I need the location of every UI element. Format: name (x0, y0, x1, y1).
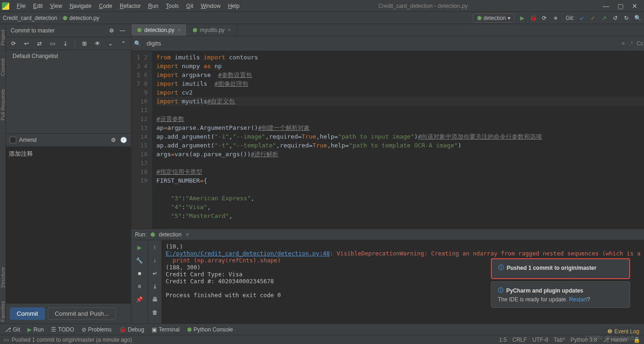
git-rollback-button[interactable]: ↻ (623, 14, 630, 22)
project-tool-button[interactable]: Project (0, 28, 6, 47)
breadcrumb-file[interactable]: detection.py (69, 15, 99, 21)
event-log-button[interactable]: ❶Event Log (607, 328, 639, 335)
shelve-icon[interactable]: ⤓ (62, 40, 69, 47)
encoding[interactable]: UTF-8 (533, 337, 548, 343)
python-console-tool-button[interactable]: ⬢Python Console (187, 326, 233, 333)
menu-git[interactable]: Git (182, 1, 197, 11)
stop-run-button[interactable]: ■ (136, 270, 143, 277)
line-numbers-gutter: 1 2 3 4 5 6 7 8 9 10 11 12 13 14 15 16 1… (131, 51, 153, 229)
commit-tool-button[interactable]: Commit (0, 57, 6, 78)
menu-help[interactable]: Help (224, 1, 243, 11)
run-tool-button[interactable]: ▶Run (27, 326, 44, 333)
run-button[interactable]: ▶ (518, 14, 526, 22)
default-changelist[interactable]: Default Changelist (6, 50, 131, 134)
pull-requests-tool-button[interactable]: Pull Requests (0, 87, 6, 122)
indent[interactable]: Tab* (554, 337, 565, 343)
problems-tool-button[interactable]: ⊘Problems (82, 326, 112, 333)
code-editor[interactable]: from imutils import contoursimport numpy… (153, 51, 644, 229)
scroll-to-end-icon[interactable]: ⤓ (151, 283, 159, 290)
commit-and-push-button[interactable]: Commit and Push... (48, 307, 116, 320)
info-icon: ⓘ (498, 287, 503, 294)
close-button[interactable]: ✕ (632, 2, 638, 10)
commit-button[interactable]: Commit (10, 307, 45, 320)
notification-update-title: PyCharm and plugin updates (506, 287, 583, 294)
commit-history-icon[interactable]: 🕘 (120, 136, 127, 144)
python-icon: ⬢ (477, 15, 482, 21)
maximize-button[interactable]: ▢ (618, 2, 624, 10)
rollback-icon[interactable]: ↩ (23, 40, 30, 47)
menu-navigate[interactable]: Navigate (66, 1, 95, 11)
editor-tabs: ⬢detection.py✕⬢myutils.py✕ (131, 24, 644, 36)
caret-position[interactable]: 1:5 (499, 337, 507, 343)
editor-tab-myutils-py[interactable]: ⬢myutils.py✕ (187, 24, 237, 36)
commit-panel: Commit to master ⚙ — ⟳ ↩ ⇄ ▭ ⤓ ⊞ 👁 ⌄ ⌃ D… (6, 24, 131, 324)
changelist-icon[interactable]: ▭ (49, 40, 56, 47)
scroll-down-icon[interactable]: ↓ (151, 257, 159, 264)
todo-tool-button[interactable]: ☰TODO (51, 326, 74, 333)
stop-button[interactable]: ■ (552, 14, 559, 22)
rerun-button[interactable]: ▶ (136, 244, 143, 251)
expand-icon[interactable]: ⌄ (107, 40, 114, 47)
run-pin-icon[interactable]: 📌 (136, 296, 143, 303)
git-push-button[interactable]: ↗ (600, 14, 608, 22)
run-layout-icon[interactable]: ≡ (136, 283, 143, 290)
terminal-tool-button[interactable]: ▣Terminal (152, 326, 180, 333)
main-menu: FileEditViewNavigateCodeRefactorRunTools… (13, 3, 243, 9)
run-with-coverage-button[interactable]: ⟳ (541, 14, 548, 22)
problems-icon: ⊘ (82, 326, 86, 333)
favorites-tool-button[interactable]: Favorites (0, 299, 6, 324)
structure-tool-button[interactable]: Structure (0, 265, 6, 290)
amend-checkbox[interactable] (10, 137, 16, 143)
notification-update-body: The IDE is ready for update. Restart? (498, 296, 623, 303)
find-regex-toggle[interactable]: .* (629, 40, 633, 47)
restart-link[interactable]: Restart (569, 296, 587, 303)
menu-tools[interactable]: Tools (162, 1, 182, 11)
breadcrumb[interactable]: Credit_card_detection › ⬢ detection.py (3, 15, 99, 21)
watermark: CSDN @Upupup6 (586, 334, 635, 341)
commit-toolbar: ⟳ ↩ ⇄ ▭ ⤓ ⊞ 👁 ⌄ ⌃ (6, 37, 131, 50)
debug-tool-button[interactable]: 🐞Debug (119, 326, 144, 333)
menu-window[interactable]: Window (197, 1, 225, 11)
minimize-button[interactable]: — (603, 2, 609, 10)
find-clear-icon[interactable]: ✕ (621, 40, 625, 47)
commit-message-input[interactable] (6, 147, 131, 303)
git-tool-button[interactable]: ⎇Git (5, 326, 20, 333)
commit-msg-settings-icon[interactable]: ⚙ (109, 136, 117, 144)
git-update-button[interactable]: ↙ (578, 14, 586, 22)
soft-wrap-icon[interactable]: ↵ (151, 270, 159, 277)
commit-hide-icon[interactable]: — (119, 27, 126, 34)
refresh-icon[interactable]: ⟳ (10, 40, 17, 47)
menu-edit[interactable]: Edit (29, 1, 46, 11)
commit-settings-icon[interactable]: ⚙ (108, 27, 115, 34)
preview-icon[interactable]: 👁 (94, 40, 101, 47)
git-commit-button[interactable]: ✓ (589, 14, 597, 22)
git-history-button[interactable]: ↺ (612, 14, 619, 22)
group-icon[interactable]: ⊞ (81, 40, 88, 47)
notification-update[interactable]: ⓘPyCharm and plugin updates The IDE is r… (491, 281, 630, 308)
notification-pushed[interactable]: ⓘPushed 1 commit to origin/master (491, 258, 630, 279)
collapse-icon[interactable]: ⌃ (120, 40, 127, 47)
close-run-tab-icon[interactable]: ✕ (185, 231, 190, 238)
match-case-toggle[interactable]: Cc (637, 40, 644, 47)
git-label: Git: (566, 15, 574, 21)
menu-file[interactable]: File (13, 1, 29, 11)
find-input[interactable] (145, 38, 617, 49)
debug-button[interactable]: 🐞 (529, 14, 537, 22)
menu-run[interactable]: Run (144, 1, 162, 11)
line-sep[interactable]: CRLF (512, 337, 527, 343)
breadcrumb-root[interactable]: Credit_card_detection (3, 15, 57, 21)
print-icon[interactable]: 🖶 (151, 296, 159, 303)
clear-icon[interactable]: 🗑 (151, 309, 159, 316)
scroll-up-icon[interactable]: ↑ (151, 244, 159, 251)
menu-refactor[interactable]: Refactor (116, 1, 144, 11)
run-config-selector[interactable]: ⬢ detection ▾ (473, 13, 515, 23)
menu-code[interactable]: Code (95, 1, 116, 11)
search-everywhere-button[interactable]: 🔍 (634, 14, 641, 22)
editor-tab-detection-py[interactable]: ⬢detection.py✕ (131, 24, 187, 36)
diff-icon[interactable]: ⇄ (36, 40, 43, 47)
run-tool-icon[interactable]: 🔧 (136, 257, 143, 264)
menu-view[interactable]: View (46, 1, 66, 11)
notification-pushed-title: Pushed 1 commit to origin/master (507, 265, 596, 271)
window-title: Credit_card_detection - detection.py (243, 3, 603, 9)
status-toggle-icon[interactable]: ▭ (4, 337, 9, 343)
